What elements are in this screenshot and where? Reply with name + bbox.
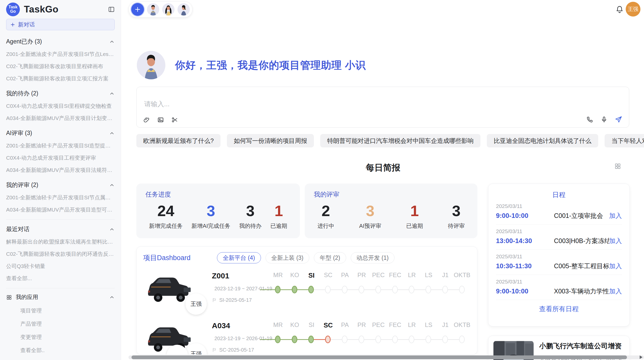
scrollbar-thumb[interactable]	[131, 355, 627, 359]
recent-conversation[interactable]: 公司Q3轻卡销量	[6, 263, 115, 270]
app-link-project-mgmt[interactable]: 项目管理	[20, 307, 115, 314]
tab-new-platform[interactable]: 全新平台 (4)	[217, 252, 261, 263]
attachment-icon[interactable]	[143, 116, 150, 123]
milestone-dot	[359, 336, 364, 343]
view-all-conversations[interactable]: 查看全部...	[6, 275, 115, 282]
view-all-schedule-link[interactable]: 查看所有日程	[496, 305, 622, 313]
milestone-dot	[275, 336, 281, 343]
stat-value: 24	[149, 202, 183, 220]
join-button[interactable]: 加入	[609, 287, 622, 295]
suggestion-chip[interactable]: 如何写一份清晰的项目周报	[227, 134, 314, 147]
milestone-label: OKTB	[454, 272, 471, 279]
project-row-a034[interactable]: 王强 A034 2023-12-19 ~ 2026-01-19 SC-2025-…	[143, 320, 471, 355]
stat-overdue: 1已逾期	[270, 202, 287, 230]
sidebar-section-my-review[interactable]: 我的评审 (2)	[6, 181, 115, 189]
app-link-product-mgmt[interactable]: 产品管理	[20, 320, 115, 327]
event-time: 13:00-14:30	[496, 237, 554, 245]
sidebar-item[interactable]: C0X4-动力总成开发项目SI里程碑提交物检查	[6, 102, 115, 110]
session-avatar[interactable]	[147, 3, 159, 16]
join-button[interactable]: 加入	[609, 262, 622, 270]
stat-value: 3	[239, 202, 261, 220]
sidebar-my-apps[interactable]: 我的应用	[6, 293, 115, 301]
milestone-dot	[292, 336, 297, 343]
event-date: 2025/03/11	[496, 279, 622, 285]
project-milestone-flag: SC-2025-05-17	[219, 347, 254, 353]
suggestion-chip[interactable]: 欧洲新规最近颁布了什么?	[136, 134, 221, 147]
sidebar-item[interactable]: A034-全新新能源MUV产品开发项目法规符合性评审	[6, 167, 115, 174]
session-avatar[interactable]	[162, 3, 174, 16]
event-time: 9:00-10:00	[496, 287, 554, 295]
join-button[interactable]: 加入	[609, 212, 622, 220]
logo-line1: Task	[8, 5, 17, 9]
milestone-dot	[308, 286, 314, 293]
stat-label: 待评审	[448, 222, 465, 230]
chevron-up-icon	[109, 130, 115, 136]
project-row-z001[interactable]: 王强 Z001 2023-12-19 ~ 2027-01-19 SI-2025-…	[143, 271, 471, 313]
join-button[interactable]: 加入	[609, 237, 622, 245]
app-link-change-mgmt[interactable]: 变更管理	[20, 334, 115, 341]
sidebar-item[interactable]: C0X4-动力总成开发项目工程变更评审	[6, 154, 115, 161]
stat-value: 2	[317, 202, 334, 220]
sidebar-divider	[6, 219, 115, 220]
stat-label: 新增完成任务	[149, 222, 183, 230]
section-title: AI评审 (3)	[6, 129, 32, 137]
milestone-dot	[375, 286, 381, 293]
section-title: Agent已办 (3)	[6, 38, 42, 46]
recent-conversation[interactable]: 解释最新出台的欧盟报废车法规再生塑料比例被调至15%...	[6, 238, 115, 245]
milestone-label: PEC	[370, 272, 387, 279]
stat-pending-review: 3待评审	[448, 202, 465, 230]
project-owner-badge: 王强	[185, 293, 207, 315]
milestone-dot	[426, 336, 431, 343]
scissors-icon[interactable]	[171, 116, 178, 123]
milestone-dot	[392, 286, 398, 293]
task-progress-stats: 24新增完成任务 3新增AI完成任务 3我的待办 1已逾期	[145, 202, 291, 230]
chat-input[interactable]	[144, 100, 551, 115]
scrollbar-right-arrow[interactable]	[640, 355, 642, 359]
sidebar-item[interactable]: Z001-全新燃油皮卡产品开发项目SI节点Lesson Learn报告	[6, 51, 115, 58]
user-avatar[interactable]: 王强	[626, 2, 640, 17]
app-title: TaskGo	[24, 4, 58, 15]
notification-bell-icon[interactable]	[616, 5, 624, 13]
new-chat-label: 新对话	[18, 21, 35, 28]
suggestion-chip[interactable]: 比亚迪全固态电池计划具体说了什么	[487, 134, 598, 147]
suggestion-chip[interactable]: 当下年轻人对汽车外观有怎样的喜好趋势	[605, 134, 644, 147]
sidebar-item[interactable]: C02-飞腾新能源轻客改款项目立项汇报方案	[6, 75, 115, 82]
app-link-view-all[interactable]: 查看全部..	[20, 347, 115, 354]
chevron-up-icon	[109, 91, 115, 96]
add-session-button[interactable]	[131, 3, 144, 16]
milestone-label: PA	[336, 321, 353, 329]
plus-icon	[10, 22, 15, 27]
tab-new-body[interactable]: 全新上装 (3)	[266, 252, 310, 263]
milestone-dots	[270, 332, 471, 349]
project-dashboard-card: 项目Dashboard 全新平台 (4) 全新上装 (3) 年型 (2) 动总开…	[136, 246, 477, 355]
sidebar-item[interactable]: C02-飞腾新能源轻客改款项目里程碑画布	[6, 63, 115, 70]
phone-icon[interactable]	[586, 116, 593, 123]
sidebar-section-my-todo[interactable]: 我的待办 (2)	[6, 89, 115, 97]
suggestion-chip[interactable]: 特朗普可能对进口汽车增税会对中国车企造成哪些影响	[320, 134, 480, 147]
sidebar-item[interactable]: A034-全新新能源MUV产品开发项目造型可行性评审	[6, 206, 115, 213]
schedule-event: 2025/03/11 10:30-11:30C005-整车工程目标评审加入	[496, 250, 622, 275]
sidebar-collapse-icon[interactable]	[108, 6, 115, 13]
sidebar-item[interactable]: Z001-全新燃油轻卡产品开发项目SI节点属性5D文件评审	[6, 194, 115, 201]
greeting-block: 你好，王强，我是你的项目管理助理 小识	[137, 51, 366, 79]
sidebar-section-agent-done[interactable]: Agent已办 (3)	[6, 38, 115, 46]
milestone-dot	[442, 286, 448, 293]
dashboard-tabs: 全新平台 (4) 全新上装 (3) 年型 (2) 动总开发 (1)	[217, 252, 394, 263]
microphone-icon[interactable]	[601, 116, 608, 123]
send-icon[interactable]	[615, 116, 622, 123]
briefing-layout-icon[interactable]	[614, 163, 621, 170]
tab-year-model[interactable]: 年型 (2)	[314, 252, 346, 263]
assistant-avatar	[137, 51, 165, 79]
sidebar-section-ai-review[interactable]: AI评审 (3)	[6, 129, 115, 137]
dashboard-title: 项目Dashboard	[143, 253, 217, 262]
recent-conversation[interactable]: C02-飞腾新能源轻客改款项目的闭环通告反馈情况	[6, 250, 115, 258]
new-chat-button[interactable]: 新对话	[6, 19, 115, 30]
my-review-stats: 2进行中 3AI预评审 1已逾期 3待评审	[314, 202, 468, 230]
sidebar-item[interactable]: A034-全新新能源MUV产品开发项目计划变更表编写	[6, 115, 115, 122]
tab-powertrain[interactable]: 动总开发 (1)	[351, 252, 395, 263]
sidebar-item[interactable]: Z001-全新燃油轻卡产品开发项目SI造型提交物评审	[6, 142, 115, 149]
sidebar-section-recent[interactable]: 最近对话	[6, 225, 115, 233]
session-avatar[interactable]	[178, 3, 190, 16]
milestone-track: MRKOSISCPAPRPECFECLRLSJ1OKTB	[270, 271, 471, 313]
image-icon[interactable]	[157, 116, 164, 123]
